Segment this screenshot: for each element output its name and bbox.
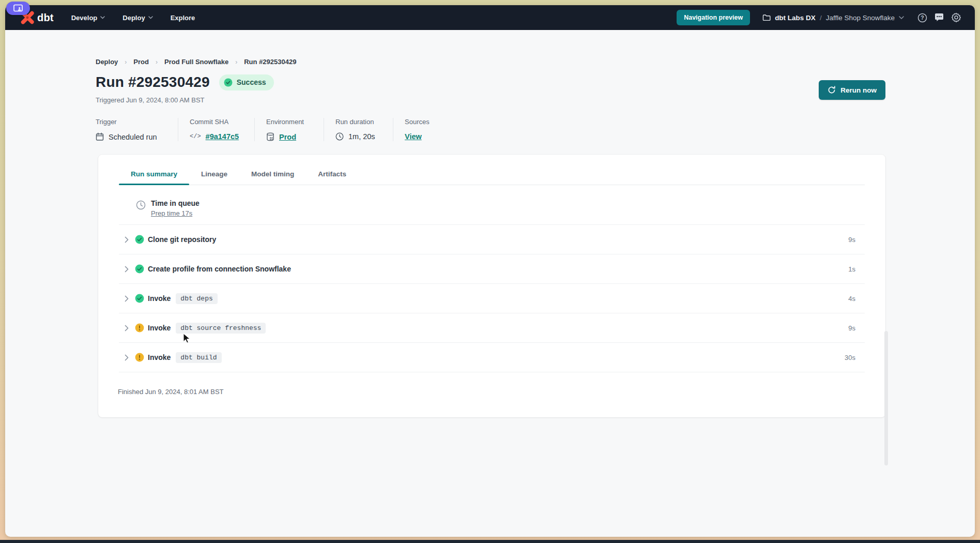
database-icon: [266, 132, 274, 141]
sources-view-link[interactable]: View: [405, 132, 422, 141]
prep-time-link[interactable]: Prep time 17s: [151, 209, 200, 217]
trigger-value: Scheduled run: [109, 133, 157, 141]
bottom-edge-strip: [0, 540, 980, 543]
feedback-icon[interactable]: [934, 13, 944, 22]
account-name[interactable]: dbt Labs DX: [775, 14, 816, 22]
time-in-queue-row: Time in queue Prep time 17s: [119, 185, 865, 225]
clock-icon: [335, 132, 344, 141]
chevron-right-icon[interactable]: [125, 295, 129, 302]
step-label: Invoke: [148, 294, 171, 303]
navigation-preview-button[interactable]: Navigation preview: [677, 10, 750, 25]
rerun-now-button[interactable]: Rerun now: [819, 80, 885, 100]
chevron-right-icon[interactable]: [125, 325, 129, 331]
nav-item-develop[interactable]: Develop: [71, 14, 105, 22]
project-breadcrumb[interactable]: dbt Labs DX / Jaffle Shop Snowflake: [762, 14, 904, 22]
refresh-icon: [828, 86, 836, 94]
step-label: Clone git repository: [148, 235, 216, 244]
step-row-create-profile[interactable]: Create profile from connection Snowflake…: [119, 254, 865, 284]
project-name[interactable]: Jaffle Shop Snowflake: [826, 14, 895, 22]
meta-trigger: Trigger Scheduled run: [96, 118, 178, 141]
chevron-right-icon[interactable]: [125, 266, 129, 273]
breadcrumb: Deploy › Prod › Prod Full Snowflake › Ru…: [96, 30, 975, 66]
navbar-icon-group: ?: [917, 12, 961, 23]
success-check-icon: [224, 78, 233, 87]
navbar-right: Navigation preview dbt Labs DX / Jaffle …: [677, 10, 961, 25]
finished-timestamp: Finished Jun 9, 2024, 8:01 AM BST: [118, 388, 885, 396]
breadcrumb-job[interactable]: Prod Full Snowflake: [164, 58, 228, 66]
step-duration: 9s: [848, 324, 865, 332]
rerun-label: Rerun now: [840, 86, 877, 94]
breadcrumb-chevron: ›: [125, 58, 127, 66]
brand-text: dbt: [37, 12, 54, 24]
commit-sha-link[interactable]: #9a147c5: [206, 132, 239, 141]
nav-item-label: Deploy: [122, 14, 145, 22]
step-label: Create profile from connection Snowflake: [148, 265, 291, 273]
meta-run-duration: Run duration 1m, 20s: [324, 118, 393, 141]
settings-icon[interactable]: [951, 12, 961, 23]
calendar-icon: [96, 132, 104, 141]
scrollbar-thumb[interactable]: [884, 331, 888, 465]
meta-environment: Environment Prod: [255, 118, 324, 141]
meta-label: Commit SHA: [190, 118, 243, 126]
meta-label: Sources: [405, 118, 430, 126]
nav-item-label: Develop: [71, 14, 98, 22]
code-icon: </>: [190, 133, 201, 140]
meta-commit-sha: Commit SHA </> #9a147c5: [178, 118, 255, 141]
nav-item-explore[interactable]: Explore: [171, 14, 195, 22]
queue-title: Time in queue: [151, 199, 200, 207]
help-icon[interactable]: ?: [917, 13, 927, 23]
meta-label: Trigger: [96, 118, 166, 126]
run-detail-page: Deploy › Prod › Prod Full Snowflake › Ru…: [5, 30, 975, 537]
tab-model-timing[interactable]: Model timing: [239, 170, 306, 185]
tab-artifacts[interactable]: Artifacts: [306, 170, 358, 185]
warning-icon: [135, 353, 144, 362]
step-duration: 30s: [845, 354, 865, 361]
step-duration: 9s: [848, 236, 865, 244]
environment-link[interactable]: Prod: [279, 133, 296, 141]
folder-icon: [762, 14, 771, 21]
app-window: dbt Develop Deploy Explore Navigation pr…: [5, 5, 975, 537]
chevron-right-icon[interactable]: [125, 236, 129, 243]
step-duration: 4s: [848, 295, 865, 303]
duration-value: 1m, 20s: [348, 132, 375, 141]
status-label: Success: [237, 78, 266, 86]
tab-run-summary[interactable]: Run summary: [119, 170, 189, 185]
meta-sources: Sources View: [393, 118, 441, 141]
tab-lineage[interactable]: Lineage: [189, 170, 239, 185]
page-title: Run #292530429: [96, 74, 210, 90]
breadcrumb-chevron: ›: [235, 58, 237, 66]
nav-item-label: Explore: [171, 14, 195, 22]
command-chip: dbt build: [176, 352, 221, 363]
step-row-dbt-build[interactable]: Invoke dbt build 30s: [119, 343, 865, 372]
chevron-down-icon: [100, 16, 105, 19]
chevron-down-icon[interactable]: [899, 16, 904, 20]
breadcrumb-run[interactable]: Run #292530429: [244, 58, 296, 66]
step-label: Invoke: [148, 353, 171, 361]
step-duration: 1s: [848, 265, 865, 273]
run-summary-card: Run summary Lineage Model timing Artifac…: [98, 155, 885, 417]
screen-share-badge[interactable]: [6, 2, 30, 15]
meta-label: Environment: [266, 118, 312, 126]
run-meta-row: Trigger Scheduled run Commit SHA </> #9a…: [96, 118, 975, 141]
breadcrumb-separator: /: [820, 14, 822, 22]
step-row-clone-git[interactable]: Clone git repository 9s: [119, 225, 865, 254]
breadcrumb-prod[interactable]: Prod: [133, 58, 149, 66]
nav-item-deploy[interactable]: Deploy: [122, 14, 152, 22]
breadcrumb-deploy[interactable]: Deploy: [96, 58, 118, 66]
breadcrumb-chevron: ›: [156, 58, 158, 66]
clock-icon: [136, 200, 146, 210]
command-chip: dbt source freshness: [176, 323, 266, 334]
nav-menu: Develop Deploy Explore: [71, 14, 195, 22]
step-row-dbt-deps[interactable]: Invoke dbt deps 4s: [119, 284, 865, 313]
chevron-right-icon[interactable]: [125, 354, 129, 361]
command-chip: dbt deps: [176, 293, 217, 304]
chevron-down-icon: [148, 16, 153, 19]
status-badge: Success: [219, 74, 274, 90]
svg-text:?: ?: [921, 14, 924, 21]
success-icon: [135, 264, 144, 274]
step-row-dbt-source-freshness[interactable]: Invoke dbt source freshness 9s: [119, 313, 865, 343]
warning-icon: [135, 323, 144, 333]
tab-bar: Run summary Lineage Model timing Artifac…: [119, 155, 865, 185]
success-icon: [135, 235, 144, 244]
screen-share-icon: [13, 4, 23, 12]
